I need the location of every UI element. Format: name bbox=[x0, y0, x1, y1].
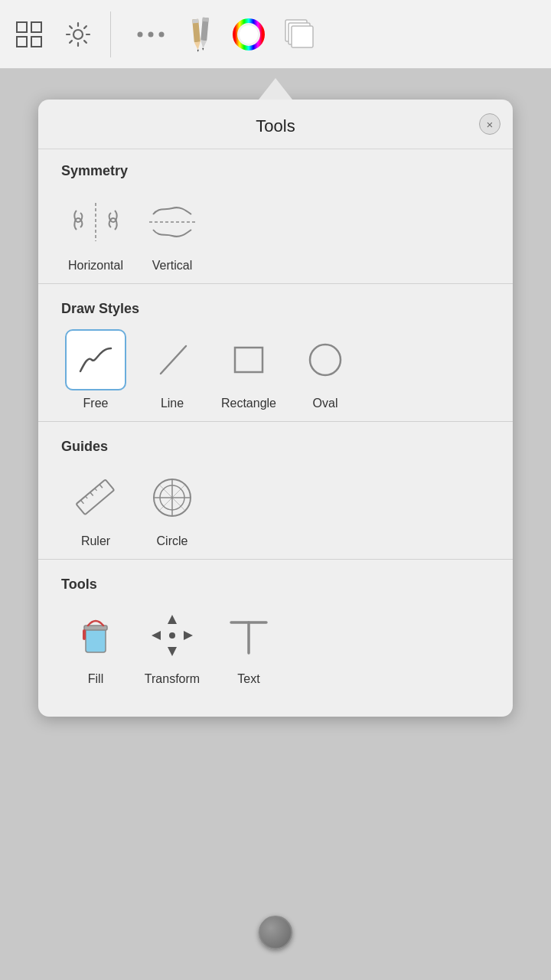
svg-marker-42 bbox=[168, 647, 177, 656]
divider-3 bbox=[38, 559, 513, 560]
tool-item-text[interactable]: Text bbox=[214, 605, 283, 686]
fill-label: Fill bbox=[88, 672, 103, 686]
text-label: Text bbox=[237, 672, 259, 686]
free-icon-box bbox=[65, 329, 126, 390]
guides-title: Guides bbox=[61, 439, 490, 455]
svg-marker-44 bbox=[184, 631, 193, 640]
oval-label: Oval bbox=[313, 397, 338, 410]
toolbar-divider bbox=[110, 11, 111, 57]
svg-rect-3 bbox=[31, 37, 41, 47]
draw-styles-title: Draw Styles bbox=[61, 301, 490, 317]
svg-rect-38 bbox=[86, 628, 106, 652]
tool-item-oval[interactable]: Oval bbox=[291, 329, 360, 410]
vertical-label: Vertical bbox=[152, 259, 192, 273]
svg-line-23 bbox=[161, 346, 186, 374]
panel-pointer bbox=[259, 78, 292, 100]
home-button[interactable] bbox=[259, 916, 292, 949]
tool-item-fill[interactable]: Fill bbox=[61, 605, 130, 686]
rectangle-label: Rectangle bbox=[221, 397, 276, 410]
svg-marker-9 bbox=[194, 41, 201, 50]
divider-1 bbox=[38, 283, 513, 284]
symmetry-section: Symmetry bbox=[38, 149, 513, 280]
horizontal-icon-box bbox=[65, 191, 126, 253]
tool-item-ruler[interactable]: Ruler bbox=[61, 467, 130, 548]
svg-point-7 bbox=[159, 31, 165, 37]
tool-item-transform[interactable]: Transform bbox=[138, 605, 207, 686]
line-icon-box bbox=[142, 329, 203, 390]
tool-item-line[interactable]: Line bbox=[138, 329, 207, 410]
divider-2 bbox=[38, 421, 513, 422]
close-button[interactable]: × bbox=[479, 113, 500, 135]
panel-header: Tools × bbox=[38, 100, 513, 149]
svg-marker-41 bbox=[168, 615, 177, 624]
svg-line-31 bbox=[99, 485, 103, 488]
free-label: Free bbox=[83, 397, 109, 410]
svg-point-4 bbox=[73, 30, 83, 39]
ruler-icon-box bbox=[65, 467, 126, 528]
layers-icon[interactable] bbox=[281, 18, 315, 51]
svg-rect-24 bbox=[235, 348, 262, 372]
pencil-icon[interactable] bbox=[183, 18, 217, 51]
tool-item-vertical[interactable]: Vertical bbox=[138, 191, 207, 273]
panel-title: Tools bbox=[256, 116, 295, 136]
tool-item-rectangle[interactable]: Rectangle bbox=[214, 329, 283, 410]
circle-label: Circle bbox=[157, 534, 188, 548]
draw-styles-grid: Free Line Rectan bbox=[61, 329, 490, 410]
svg-point-6 bbox=[148, 31, 154, 37]
transform-label: Transform bbox=[145, 672, 200, 686]
line-label: Line bbox=[161, 397, 184, 410]
toolbar bbox=[0, 0, 551, 69]
svg-line-30 bbox=[95, 488, 97, 491]
more-icon[interactable] bbox=[134, 18, 168, 51]
settings-icon[interactable] bbox=[61, 18, 95, 51]
tools-section: Tools bbox=[38, 563, 513, 694]
svg-rect-20 bbox=[292, 26, 313, 47]
guides-grid: Ruler Circle bbox=[61, 467, 490, 548]
svg-rect-0 bbox=[17, 22, 27, 32]
svg-marker-15 bbox=[202, 47, 204, 50]
oval-icon-box bbox=[295, 329, 356, 390]
fill-icon-box bbox=[65, 605, 126, 666]
vertical-icon-box bbox=[142, 191, 203, 253]
tool-item-free[interactable]: Free bbox=[61, 329, 130, 410]
svg-rect-14 bbox=[202, 17, 208, 21]
grid-icon[interactable] bbox=[12, 18, 46, 51]
svg-point-25 bbox=[310, 345, 341, 375]
svg-marker-11 bbox=[197, 49, 199, 51]
svg-line-29 bbox=[90, 492, 93, 496]
svg-rect-40 bbox=[83, 629, 86, 640]
rectangle-icon-box bbox=[218, 329, 279, 390]
tools-title: Tools bbox=[61, 577, 490, 593]
ruler-label: Ruler bbox=[81, 534, 110, 548]
svg-marker-43 bbox=[152, 631, 161, 640]
tool-item-circle[interactable]: Circle bbox=[138, 467, 207, 548]
text-icon-box bbox=[218, 605, 279, 666]
tools-grid: Fill bbox=[61, 605, 490, 686]
svg-point-5 bbox=[138, 31, 143, 37]
tool-item-horizontal[interactable]: Horizontal bbox=[61, 191, 130, 273]
svg-rect-1 bbox=[31, 22, 41, 32]
svg-line-27 bbox=[81, 500, 84, 504]
svg-point-17 bbox=[240, 25, 258, 44]
symmetry-grid: Horizontal Vertical bbox=[61, 191, 490, 273]
svg-line-28 bbox=[86, 496, 88, 498]
tools-panel: Tools × Symmetry bbox=[38, 100, 513, 717]
transform-icon-box bbox=[142, 605, 203, 666]
circle-icon-box bbox=[142, 467, 203, 528]
symmetry-title: Symmetry bbox=[61, 163, 490, 179]
svg-marker-13 bbox=[200, 40, 207, 48]
horizontal-label: Horizontal bbox=[68, 259, 123, 273]
svg-point-45 bbox=[169, 632, 175, 639]
svg-rect-10 bbox=[192, 18, 198, 23]
guides-section: Guides bbox=[38, 425, 513, 556]
svg-rect-2 bbox=[17, 37, 27, 47]
draw-styles-section: Draw Styles Free L bbox=[38, 287, 513, 418]
svg-rect-26 bbox=[76, 479, 114, 514]
color-wheel-icon[interactable] bbox=[232, 18, 266, 51]
main-area: Tools × Symmetry bbox=[0, 69, 551, 980]
